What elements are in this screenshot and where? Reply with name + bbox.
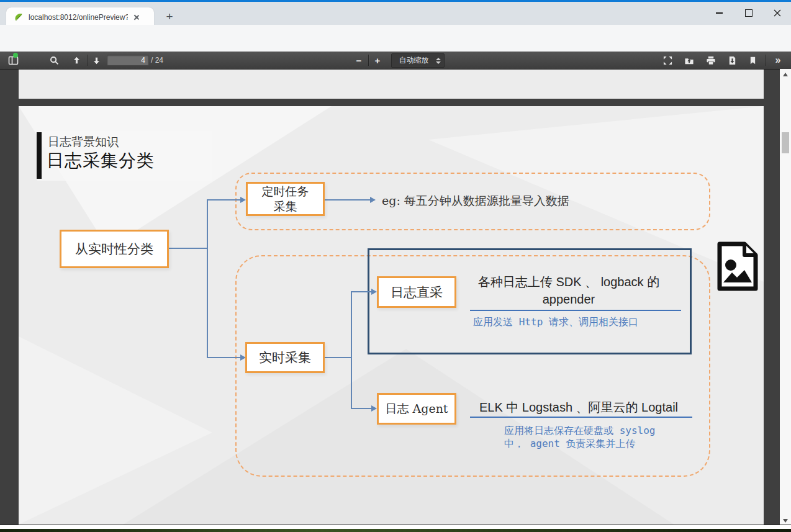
print-icon — [706, 56, 716, 65]
agent-desc-text: ELK 中 Logstash 、阿里云的 Logtail — [467, 399, 690, 416]
scroll-up-icon[interactable] — [783, 73, 788, 76]
spring-leaf-favicon — [14, 12, 24, 22]
toolbar-separator — [765, 55, 766, 66]
tab-strip: localhost:8012/onlinePreview? + — [0, 2, 791, 25]
close-icon — [774, 9, 781, 17]
fullscreen-icon — [663, 56, 672, 65]
node-scheduled: 定时任务 采集 — [246, 182, 325, 216]
arrowhead-icon — [371, 405, 377, 412]
more-tools-button[interactable]: » — [770, 52, 786, 69]
scroll-down-icon[interactable] — [783, 519, 788, 523]
maximize-button[interactable] — [734, 4, 762, 22]
arrow-up-icon — [72, 56, 81, 65]
arrowhead-icon — [370, 197, 376, 203]
connector-line — [351, 291, 372, 292]
node-root: 从实时性分类 — [60, 230, 169, 268]
connector-line — [169, 248, 207, 249]
toolbar-separator — [87, 55, 88, 66]
page-count-label: / 24 — [151, 52, 163, 69]
toolbar-separator — [368, 55, 369, 66]
browser-window: localhost:8012/onlinePreview? + — [0, 0, 791, 532]
download-button[interactable] — [724, 52, 740, 69]
open-file-icon — [684, 56, 694, 65]
select-caret-icon — [436, 58, 444, 64]
direct-divider — [470, 310, 681, 311]
connector-line — [325, 199, 371, 201]
minimize-icon — [716, 12, 723, 13]
bookmark-icon — [749, 56, 757, 65]
slide-title: 日志采集分类 — [47, 149, 155, 173]
find-button[interactable] — [46, 52, 62, 69]
kkfileview-status-dot — [13, 53, 18, 58]
previous-page-bottom — [19, 70, 764, 99]
current-view-bookmark-button[interactable] — [744, 52, 761, 69]
open-file-button[interactable] — [681, 52, 697, 69]
agent-note-text: 应用将日志保存在硬盘或 syslog 中， agent 负责采集并上传 — [504, 424, 655, 450]
agent-note-line2: 中， agent 负责采集并上传 — [504, 437, 655, 450]
zoom-mode-select[interactable]: 自动缩放 — [391, 53, 445, 68]
search-icon — [50, 56, 59, 65]
node-realtime: 实时采集 — [245, 342, 325, 373]
tab-close-icon[interactable] — [132, 12, 142, 22]
node-scheduled-line1: 定时任务 — [262, 184, 309, 199]
title-accent-bar — [37, 132, 42, 179]
pdf-page: 日志背景知识 日志采集分类 从实时性分类 定时任务 采集 实时采集 日志直采 日… — [19, 106, 764, 525]
print-button[interactable] — [703, 52, 719, 69]
agent-note-line1: 应用将日志保存在硬盘或 syslog — [504, 424, 655, 437]
slide-eyebrow: 日志背景知识 — [48, 134, 119, 150]
maximize-icon — [745, 9, 753, 17]
connector-line — [207, 199, 208, 358]
connector-line — [325, 357, 351, 358]
close-button[interactable] — [763, 4, 791, 22]
direct-note-text: 应用发送 Http 请求、调用相关接口 — [416, 316, 695, 329]
new-tab-button[interactable]: + — [161, 9, 178, 25]
tab-title: localhost:8012/onlinePreview? — [29, 13, 128, 22]
download-icon — [728, 56, 737, 65]
agent-divider — [470, 417, 692, 418]
image-placeholder-icon — [716, 241, 759, 291]
connector-line — [351, 408, 372, 409]
minimize-button[interactable] — [705, 4, 733, 22]
presentation-mode-button[interactable] — [659, 52, 676, 69]
previous-page-button[interactable] — [68, 52, 84, 69]
node-agent: 日志 Agent — [377, 393, 456, 425]
connector-line — [351, 291, 352, 409]
arrowhead-icon — [240, 197, 246, 203]
connector-line — [207, 199, 241, 201]
browser-toolbar: i localhost:8012/onlinePreview?url=http:… — [0, 25, 791, 52]
zoom-mode-label: 自动缩放 — [392, 55, 436, 66]
zoom-in-button[interactable]: + — [370, 52, 385, 69]
node-direct: 日志直采 — [377, 276, 456, 308]
desktop-edge — [0, 529, 791, 532]
arrowhead-icon — [371, 289, 377, 295]
scheduled-example-text: eg: 每五分钟从数据源批量导入数据 — [382, 193, 569, 209]
connector-line — [207, 357, 241, 358]
page-number-input[interactable] — [107, 55, 149, 66]
direct-desc-text: 各种日志上传 SDK 、 logback 的 appender — [461, 273, 677, 308]
next-page-button[interactable] — [88, 52, 104, 69]
arrow-down-icon — [92, 56, 101, 65]
scrollbar-thumb[interactable] — [782, 132, 789, 153]
browser-tab[interactable]: localhost:8012/onlinePreview? — [6, 7, 154, 27]
zoom-out-button[interactable]: − — [351, 52, 366, 69]
node-scheduled-line2: 采集 — [274, 199, 297, 214]
